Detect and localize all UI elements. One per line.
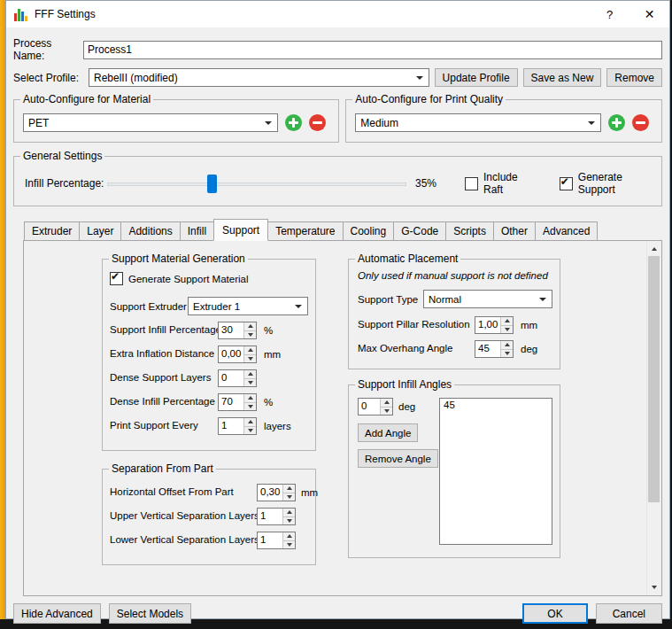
slider-track[interactable] — [107, 182, 406, 186]
support-extruder-label: Support Extruder — [110, 301, 188, 312]
settings-tab-widget: Extruder Layer Additions Infill Support … — [23, 219, 662, 596]
tab-cooling[interactable]: Cooling — [343, 221, 395, 240]
spin-down-icon[interactable] — [244, 354, 256, 363]
tab-gcode[interactable]: G-Code — [393, 221, 446, 240]
quality-combo[interactable]: Medium — [355, 113, 601, 132]
process-name-input[interactable] — [83, 41, 662, 59]
spin-down-icon[interactable] — [283, 540, 295, 549]
select-models-button[interactable]: Select Models — [109, 603, 191, 624]
vertical-scrollbar[interactable] — [646, 242, 660, 594]
spin-up-icon[interactable] — [283, 509, 295, 516]
spin-buttons — [243, 322, 256, 338]
spin-up-icon[interactable] — [501, 341, 513, 349]
cancel-button[interactable]: Cancel — [596, 603, 662, 624]
generate-support-checkbox[interactable]: Generate Support — [560, 171, 653, 196]
tab-other[interactable]: Other — [493, 221, 536, 240]
spin-down-icon[interactable] — [244, 426, 256, 435]
tab-additions[interactable]: Additions — [120, 221, 180, 240]
spin-up-icon[interactable] — [244, 370, 256, 378]
support-extruder-value: Extruder 1 — [193, 301, 290, 312]
spin-up-icon[interactable] — [283, 532, 295, 540]
spin-down-icon[interactable] — [283, 493, 295, 501]
tab-extruder[interactable]: Extruder — [24, 221, 80, 240]
spin-down-icon[interactable] — [283, 516, 295, 525]
unit-label: mm — [301, 487, 318, 498]
tab-infill[interactable]: Infill — [180, 221, 214, 240]
lower-vertical-separation-spinbox[interactable]: 1 — [257, 532, 296, 549]
upper-vertical-separation-row: Upper Vertical Separation Layers 1 — [110, 508, 308, 525]
spin-up-icon[interactable] — [244, 418, 256, 426]
chevron-down-icon — [265, 121, 272, 125]
tab-layer[interactable]: Layer — [79, 221, 121, 240]
remove-quality-button[interactable] — [632, 114, 649, 131]
select-profile-row: Select Profile: RebelII (modified) Updat… — [13, 68, 662, 87]
print-support-every-row: Print Support Every 1 layers — [110, 417, 308, 435]
field-label: Upper Vertical Separation Layers — [110, 510, 259, 521]
scrollbar-track[interactable] — [647, 256, 660, 580]
spinbox-value: 1 — [219, 418, 243, 434]
remove-material-button[interactable] — [309, 114, 326, 131]
support-infill-percentage-spinbox[interactable]: 30 — [218, 322, 257, 339]
process-name-label: Process Name: — [13, 37, 83, 62]
support-extruder-combo[interactable]: Extruder 1 — [188, 297, 308, 315]
spin-down-icon[interactable] — [381, 407, 392, 415]
scrollbar-thumb[interactable] — [648, 256, 660, 502]
add-material-button[interactable] — [285, 114, 302, 131]
remove-profile-button[interactable]: Remove — [606, 68, 662, 87]
scrollbar-down-icon[interactable] — [647, 580, 660, 594]
dense-infill-percentage-spinbox[interactable]: 70 — [218, 393, 257, 411]
support-infill-angles-body: 0 deg Add Angle — [349, 385, 560, 554]
checkbox-box — [465, 177, 478, 190]
hide-advanced-button[interactable]: Hide Advanced — [13, 603, 101, 624]
spin-up-icon[interactable] — [381, 399, 392, 407]
tab-support[interactable]: Support — [213, 219, 268, 241]
extra-inflation-distance-spinbox[interactable]: 0,00 — [218, 346, 257, 363]
fff-settings-dialog: FFF Settings ? ✕ Process Name: Select Pr… — [5, 0, 670, 619]
include-raft-checkbox[interactable]: Include Raft — [465, 171, 533, 196]
generate-support-material-checkbox[interactable]: Generate Support Material — [110, 272, 308, 285]
tab-scripts[interactable]: Scripts — [445, 221, 494, 240]
max-overhang-angle-spinbox[interactable]: 45 — [475, 340, 514, 358]
tab-advanced[interactable]: Advanced — [535, 221, 598, 240]
material-combo[interactable]: PET — [23, 113, 278, 132]
icon-bar — [14, 13, 17, 21]
scrollbar-up-icon[interactable] — [647, 242, 660, 256]
infill-slider[interactable] — [107, 175, 406, 193]
spin-down-icon[interactable] — [501, 325, 513, 334]
update-profile-button[interactable]: Update Profile — [435, 68, 518, 87]
angle-spinbox[interactable]: 0 — [358, 398, 393, 415]
angle-list-item[interactable]: 45 — [440, 399, 552, 411]
auto-configure-quality-title: Auto-Configure for Print Quality — [352, 93, 506, 106]
print-support-every-spinbox[interactable]: 1 — [218, 417, 257, 435]
tab-temperature[interactable]: Temperature — [267, 221, 343, 240]
ok-button[interactable]: OK — [522, 603, 587, 624]
spin-up-icon[interactable] — [283, 485, 295, 493]
spin-down-icon[interactable] — [244, 402, 256, 411]
horizontal-offset-spinbox[interactable]: 0,30 — [257, 484, 296, 501]
spin-up-icon[interactable] — [244, 322, 256, 330]
add-angle-button[interactable]: Add Angle — [358, 423, 418, 442]
spin-up-icon[interactable] — [244, 394, 256, 402]
field-label: Horizontal Offset From Part — [110, 486, 234, 497]
help-button[interactable]: ? — [590, 1, 630, 27]
unit-label: % — [264, 397, 273, 408]
close-button[interactable]: ✕ — [630, 1, 669, 27]
dense-support-layers-spinbox[interactable]: 0 — [218, 369, 257, 387]
spin-up-icon[interactable] — [244, 346, 256, 354]
spin-down-icon[interactable] — [244, 330, 256, 339]
spin-up-icon[interactable] — [501, 317, 513, 325]
include-raft-label: Include Raft — [483, 171, 533, 196]
infill-slider-handle[interactable] — [207, 175, 217, 193]
spin-down-icon[interactable] — [244, 378, 256, 387]
add-quality-button[interactable] — [608, 114, 625, 131]
remove-angle-button[interactable]: Remove Angle — [358, 449, 438, 468]
save-as-new-button[interactable]: Save as New — [523, 68, 602, 87]
profile-combo[interactable]: RebelII (modified) — [89, 68, 429, 87]
angle-list[interactable]: 45 — [439, 398, 552, 545]
support-type-combo[interactable]: Normal — [423, 290, 552, 308]
quality-combo-value: Medium — [360, 117, 583, 129]
upper-vertical-separation-spinbox[interactable]: 1 — [257, 508, 296, 525]
spin-down-icon[interactable] — [501, 349, 513, 358]
profile-combo-value: RebelII (modified) — [94, 72, 411, 84]
support-pillar-resolution-spinbox[interactable]: 1,00 — [475, 316, 514, 334]
